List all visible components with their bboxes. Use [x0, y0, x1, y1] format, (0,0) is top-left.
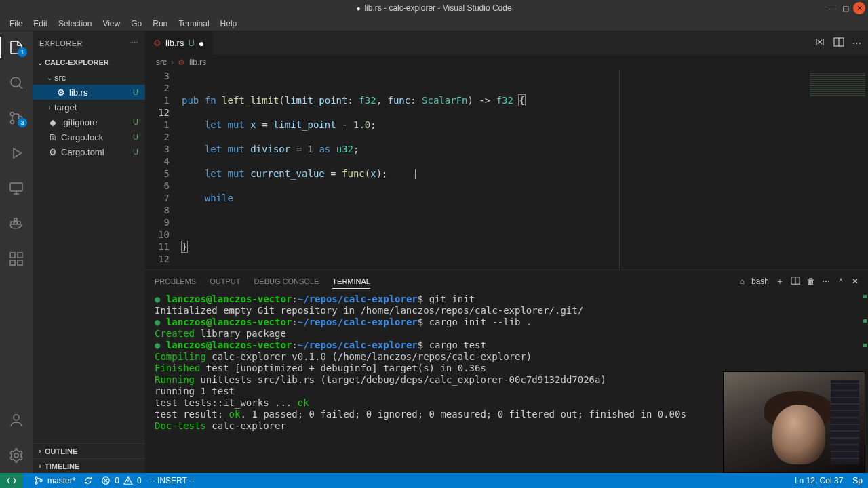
sidebar-header: EXPLORER ⋯: [33, 31, 145, 55]
breadcrumb-file[interactable]: lib.rs: [189, 58, 206, 67]
activity-remote-icon[interactable]: [0, 178, 33, 199]
git-status: U: [133, 133, 138, 141]
rust-file-icon: ⚙: [56, 87, 66, 98]
more-panel-icon[interactable]: ⋯: [822, 277, 830, 286]
activity-docker-icon[interactable]: [0, 213, 33, 235]
maximize-button[interactable]: ▢: [840, 2, 852, 14]
webcam-overlay: [723, 371, 865, 473]
tree-file-gitignore[interactable]: ◆ .gitignore U: [33, 115, 145, 129]
activity-explorer[interactable]: 1: [0, 37, 33, 58]
tab-dirty-indicator: ●: [199, 38, 204, 49]
tree-folder-target[interactable]: › target: [33, 100, 145, 115]
svg-rect-6: [14, 222, 17, 224]
editor-tabs: ⚙ lib.rs U ● ⋯: [145, 31, 868, 55]
project-name: CALC-EXPLORER: [45, 58, 109, 66]
code-content[interactable]: pub fn left_limit(limit_point: f32, func…: [182, 70, 807, 270]
svg-point-0: [11, 77, 20, 87]
close-button[interactable]: ✕: [853, 2, 865, 14]
kill-terminal-icon[interactable]: 🗑: [807, 277, 815, 286]
status-sync[interactable]: [83, 476, 93, 485]
chevron-down-icon: ⌄: [45, 74, 54, 81]
menu-file[interactable]: File: [4, 19, 28, 28]
explorer-badge: 1: [18, 47, 27, 57]
code-editor[interactable]: 32112123456789101112 pub fn left_limit(l…: [145, 70, 868, 270]
svg-point-1: [11, 113, 14, 116]
tree-file-cargotoml[interactable]: ⚙ Cargo.toml U: [33, 144, 145, 159]
tab-git-status: U: [188, 38, 194, 48]
tree-file-lib[interactable]: ⚙ lib.rs U: [33, 85, 145, 100]
breadcrumb[interactable]: src › ⚙ lib.rs: [145, 55, 868, 70]
rust-file-icon: ⚙: [153, 38, 161, 48]
file-label: .gitignore: [61, 117, 97, 127]
svg-rect-7: [14, 218, 17, 221]
tab-terminal[interactable]: TERMINAL: [332, 274, 370, 289]
split-terminal-icon[interactable]: [791, 276, 800, 287]
remote-indicator[interactable]: [0, 473, 23, 488]
breadcrumb-src[interactable]: src: [156, 58, 167, 67]
tab-debug-console[interactable]: DEBUG CONSOLE: [254, 274, 319, 288]
activity-extensions[interactable]: [0, 248, 33, 270]
file-label: Cargo.lock: [61, 132, 103, 142]
tab-output[interactable]: OUTPUT: [210, 274, 240, 288]
minimize-button[interactable]: —: [826, 2, 838, 14]
line-gutter: 32112123456789101112: [145, 70, 182, 270]
git-status: U: [133, 88, 138, 96]
tab-problems[interactable]: PROBLEMS: [155, 274, 196, 288]
menu-edit[interactable]: Edit: [28, 19, 53, 28]
svg-point-13: [14, 415, 19, 420]
new-terminal-icon[interactable]: ＋: [776, 276, 784, 287]
menu-help[interactable]: Help: [215, 19, 243, 28]
status-indent[interactable]: Sp: [852, 476, 863, 485]
svg-point-2: [11, 121, 14, 124]
status-problems[interactable]: 0 0: [101, 476, 141, 485]
chevron-right-icon: ›: [35, 462, 45, 470]
svg-rect-12: [18, 260, 22, 265]
svg-point-18: [35, 482, 37, 484]
svg-rect-4: [10, 183, 22, 191]
svg-rect-11: [10, 260, 15, 265]
window-controls: — ▢ ✕: [826, 0, 865, 16]
section-timeline[interactable]: ›TIMELINE: [33, 458, 145, 473]
sidebar-more-icon[interactable]: ⋯: [131, 39, 139, 47]
svg-rect-5: [11, 222, 14, 224]
terminal-shell-name[interactable]: bash: [751, 277, 769, 286]
activity-bar: 1 3: [0, 31, 33, 473]
tree-folder-src[interactable]: ⌄ src: [33, 70, 145, 85]
split-editor-icon[interactable]: [833, 37, 844, 49]
chevron-right-icon: ›: [35, 447, 45, 455]
svg-point-14: [14, 453, 18, 458]
maximize-panel-icon[interactable]: ＾: [837, 276, 845, 287]
tab-lib[interactable]: ⚙ lib.rs U ●: [145, 31, 212, 55]
section-outline[interactable]: ›OUTLINE: [33, 443, 145, 458]
folder-label: target: [54, 102, 77, 113]
text-cursor: [415, 169, 416, 179]
chevron-down-icon: ⌄: [35, 59, 45, 66]
activity-search[interactable]: [0, 72, 33, 94]
rust-file-icon: ⚙: [178, 58, 185, 67]
title-bar: lib.rs - calc-explorer - Visual Studio C…: [0, 0, 868, 16]
tree-file-cargolock[interactable]: 🗎 Cargo.lock U: [33, 129, 145, 144]
terminal-shell-icon[interactable]: ⌂: [740, 277, 745, 286]
svg-rect-10: [18, 253, 22, 258]
sidebar: EXPLORER ⋯ ⌄ CALC-EXPLORER ⌄ src ⚙ lib.r…: [33, 31, 145, 473]
file-label: lib.rs: [69, 87, 87, 98]
sidebar-title: EXPLORER: [39, 39, 83, 47]
menu-view[interactable]: View: [97, 19, 125, 28]
project-header[interactable]: ⌄ CALC-EXPLORER: [33, 55, 145, 70]
activity-scm[interactable]: 3: [0, 107, 33, 129]
folder-label: src: [54, 73, 66, 83]
menu-selection[interactable]: Selection: [53, 19, 97, 28]
status-branch[interactable]: master*: [34, 476, 75, 485]
menu-run[interactable]: Run: [147, 19, 173, 28]
activity-settings[interactable]: [0, 445, 33, 466]
close-panel-icon[interactable]: ✕: [852, 277, 859, 286]
minimap[interactable]: [807, 70, 868, 270]
compare-changes-icon[interactable]: [814, 37, 825, 49]
menu-go[interactable]: Go: [125, 19, 147, 28]
activity-account[interactable]: [0, 409, 33, 431]
file-icon: 🗎: [47, 132, 58, 142]
activity-debug[interactable]: [0, 142, 33, 164]
rust-file-icon: ⚙: [47, 147, 58, 157]
menu-terminal[interactable]: Terminal: [173, 19, 214, 28]
more-actions-icon[interactable]: ⋯: [852, 38, 861, 48]
